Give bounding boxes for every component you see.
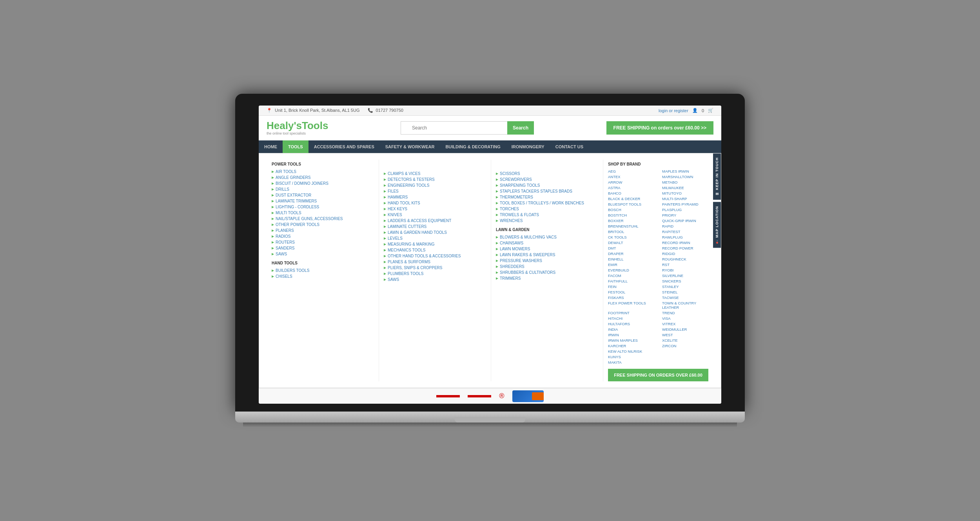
menu-levels[interactable]: ▶LEVELS (384, 235, 486, 241)
menu-pliers[interactable]: ▶PLIERS, SNIPS & CROPPERS (384, 265, 486, 271)
brand-item[interactable]: FEIN (608, 284, 654, 289)
menu-torches[interactable]: ▶TORCHES (496, 206, 598, 212)
menu-lighting[interactable]: ▶LIGHTING - CORDLESS (272, 204, 374, 210)
menu-trimmers[interactable]: ▶TRIMMERS (496, 275, 598, 281)
brand-item[interactable]: BOSCH (608, 207, 654, 212)
login-link[interactable]: login or register (659, 108, 688, 113)
brand-item[interactable]: SNICKERS (662, 279, 708, 284)
menu-detectors[interactable]: ▶DETECTORS & TESTERS (384, 177, 486, 182)
menu-scissors[interactable]: ▶SCISSORS (496, 171, 598, 177)
brand-item[interactable] (662, 349, 708, 354)
menu-staplers[interactable]: ▶STAPLERS TACKERS STAPLES BRADS (496, 188, 598, 194)
menu-lawn-rakers[interactable]: ▶LAWN RAKERS & SWEEPERS (496, 252, 598, 258)
brand-item[interactable]: FISKARS (608, 295, 654, 300)
brand-item[interactable]: RECORD IRWIN (662, 240, 708, 245)
brand-item[interactable]: KARCHER (608, 343, 654, 348)
brand-item[interactable]: MITUTOYO (662, 191, 708, 196)
brand-item[interactable]: RIDGID (662, 251, 708, 256)
nav-accessories[interactable]: ACCESSORIES AND SPARES (309, 140, 380, 153)
brand-item[interactable]: DEWALT (608, 240, 654, 245)
brand-item[interactable]: BRENNENSTUHL (608, 224, 654, 229)
brand-item[interactable]: KEW ALTO NILRISK (608, 349, 654, 354)
menu-other-power[interactable]: ▶OTHER POWER TOOLS (272, 222, 374, 228)
menu-saws-hand[interactable]: ▶SAWS (384, 277, 486, 282)
menu-air-tools[interactable]: ▶AIR TOOLS (272, 169, 374, 175)
brand-item[interactable]: METABO (662, 180, 708, 185)
keep-in-touch-tab[interactable]: ✉ KEEP IN TOUCH (713, 153, 721, 200)
map-location-tab[interactable]: 📍 MAP LOCATION (713, 202, 721, 248)
brand-item[interactable]: VITREX (662, 321, 708, 326)
brand-item[interactable] (662, 354, 708, 359)
menu-routers[interactable]: ▶ROUTERS (272, 239, 374, 245)
brand-item[interactable]: BLUESPOT TOOLS (608, 202, 654, 207)
brand-item[interactable]: PLASPLUG (662, 207, 708, 212)
menu-engineering[interactable]: ▶ENGINEERING TOOLS (384, 182, 486, 188)
menu-multi[interactable]: ▶MULTI TOOLS (272, 210, 374, 216)
brand-item[interactable]: RAPITEST (662, 229, 708, 234)
menu-saws-power[interactable]: ▶SAWS (272, 251, 374, 257)
brand-item[interactable]: EMIR (608, 262, 654, 267)
menu-dust[interactable]: ▶DUST EXTRACTOR (272, 192, 374, 198)
brand-item[interactable]: QUICK-GRIP IRWIN (662, 218, 708, 223)
brand-item[interactable]: TACWISE (662, 295, 708, 300)
menu-plumbers[interactable]: ▶PLUMBERS TOOLS (384, 271, 486, 277)
menu-laminate-trimmers[interactable]: ▶LAMINATE TRIMMERS (272, 198, 374, 204)
menu-planers[interactable]: ▶PLANERS (272, 228, 374, 233)
brand-item[interactable]: ZIRCON (662, 343, 708, 348)
brand-item[interactable]: VISA (662, 316, 708, 321)
search-button[interactable]: Search (507, 121, 534, 135)
menu-mechanics[interactable]: ▶MECHANICS TOOLS (384, 247, 486, 253)
brand-item[interactable]: PRIORY (662, 213, 708, 218)
brand-item[interactable]: FACOM (608, 273, 654, 278)
menu-measuring[interactable]: ▶MEASURING & MARKING (384, 241, 486, 247)
menu-trowels[interactable]: ▶TROWELS & FLOATS (496, 212, 598, 218)
menu-builders[interactable]: ▶BUILDERS TOOLS (272, 268, 374, 273)
brand-item[interactable]: CK TOOLS (608, 235, 654, 240)
brand-item[interactable] (662, 360, 708, 365)
nav-contact[interactable]: CONTACT US (550, 140, 589, 153)
menu-drills[interactable]: ▶DRILLS (272, 186, 374, 192)
brand-item[interactable]: FESTOOL (608, 290, 654, 295)
menu-knives[interactable]: ▶KNIVES (384, 212, 486, 218)
menu-hammers[interactable]: ▶HAMMERS (384, 194, 486, 200)
brand-item[interactable]: IRWIN MARPLES (608, 338, 654, 343)
brand-item[interactable]: WEIDMULLER (662, 327, 708, 332)
menu-chainsaws[interactable]: ▶CHAINSAWS (496, 240, 598, 246)
menu-lawn-mowers[interactable]: ▶LAWN MOWERS (496, 246, 598, 252)
brand-item[interactable]: BOXXER (608, 218, 654, 223)
brand-item[interactable]: FAITHFULL (608, 279, 654, 284)
free-shipping-banner[interactable]: FREE SHIPPING ON ORDERS OVER £60.00 (608, 369, 708, 381)
logo[interactable]: Healy'sTools (267, 120, 328, 131)
menu-thermometers[interactable]: ▶THERMOMETERS (496, 194, 598, 200)
brand-item[interactable]: MARSHALLTOWN (662, 174, 708, 179)
brand-item[interactable]: TOWN & COUNTRY LEATHER (662, 301, 708, 310)
brand-item[interactable]: RAWLPLUG (662, 235, 708, 240)
menu-wrenches[interactable]: ▶WRENCHES (496, 218, 598, 224)
menu-other-hand[interactable]: ▶OTHER HAND TOOLS & ACCESSORIES (384, 253, 486, 259)
nav-safety[interactable]: SAFETY & WORKWEAR (380, 140, 440, 153)
brand-item[interactable]: ARROW (608, 180, 654, 185)
brand-item[interactable]: KUNYS (608, 354, 654, 359)
brand-item[interactable]: RECORD POWER (662, 246, 708, 251)
brand-item[interactable]: BLACK & DECKER (608, 196, 654, 201)
menu-planes[interactable]: ▶PLANES & SURFORMS (384, 259, 486, 265)
menu-chisels[interactable]: ▶CHISELS (272, 273, 374, 279)
menu-shrubbers[interactable]: ▶SHRUBBERS & CULTIVATORS (496, 270, 598, 275)
brand-item[interactable]: RST (662, 262, 708, 267)
brand-item[interactable]: MAKITA (608, 360, 654, 365)
brand-item[interactable]: STEINEL (662, 290, 708, 295)
brand-item[interactable]: ROUGHNECK (662, 257, 708, 262)
nav-ironmongery[interactable]: IRONMONGERY (506, 140, 550, 153)
nav-tools[interactable]: TOOLS (283, 140, 309, 153)
brand-item[interactable]: RAPID (662, 224, 708, 229)
menu-sharpening[interactable]: ▶SHARPENING TOOLS (496, 182, 598, 188)
brand-item[interactable]: XCELITE (662, 338, 708, 343)
brand-item[interactable]: BRITOOL (608, 229, 654, 234)
brand-item[interactable]: EVERBUILD (608, 268, 654, 273)
menu-hex[interactable]: ▶HEX KEYS (384, 206, 486, 212)
brand-item[interactable]: PAINTERS PYRAMID (662, 202, 708, 207)
brand-item[interactable]: HITACHI (608, 316, 654, 321)
brand-item[interactable]: MAPLES IRWIN (662, 169, 708, 174)
brand-item[interactable]: TREND (662, 310, 708, 315)
menu-files[interactable]: ▶FILES (384, 188, 486, 194)
